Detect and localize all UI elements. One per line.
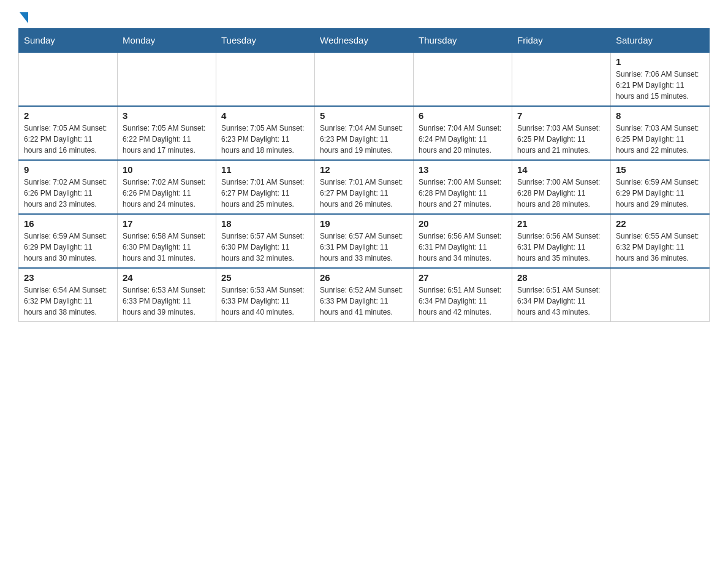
day-info: Sunrise: 7:00 AM Sunset: 6:28 PM Dayligh…	[517, 177, 605, 210]
day-of-week-header: Wednesday	[315, 29, 414, 53]
calendar-cell: 6Sunrise: 7:04 AM Sunset: 6:24 PM Daylig…	[414, 106, 512, 160]
calendar-cell: 19Sunrise: 6:57 AM Sunset: 6:31 PM Dayli…	[315, 214, 414, 268]
day-info: Sunrise: 7:02 AM Sunset: 6:26 PM Dayligh…	[123, 177, 211, 210]
day-info: Sunrise: 7:05 AM Sunset: 6:22 PM Dayligh…	[123, 123, 211, 156]
calendar-cell	[414, 52, 512, 106]
day-info: Sunrise: 6:54 AM Sunset: 6:32 PM Dayligh…	[24, 285, 112, 318]
day-info: Sunrise: 7:03 AM Sunset: 6:25 PM Dayligh…	[616, 123, 704, 156]
day-number: 27	[419, 272, 507, 283]
day-number: 6	[419, 110, 507, 121]
day-number: 10	[123, 164, 211, 175]
day-of-week-header: Sunday	[19, 29, 118, 53]
calendar-cell: 1Sunrise: 7:06 AM Sunset: 6:21 PM Daylig…	[611, 52, 710, 106]
day-number: 16	[24, 218, 112, 229]
day-number: 12	[320, 164, 408, 175]
day-info: Sunrise: 6:56 AM Sunset: 6:31 PM Dayligh…	[517, 231, 605, 264]
day-info: Sunrise: 6:53 AM Sunset: 6:33 PM Dayligh…	[221, 285, 309, 318]
day-number: 25	[221, 272, 309, 283]
day-number: 4	[221, 110, 309, 121]
day-info: Sunrise: 7:05 AM Sunset: 6:22 PM Dayligh…	[24, 123, 112, 156]
calendar-cell: 4Sunrise: 7:05 AM Sunset: 6:23 PM Daylig…	[216, 106, 315, 160]
page-header	[18, 12, 710, 22]
day-info: Sunrise: 7:04 AM Sunset: 6:23 PM Dayligh…	[320, 123, 408, 156]
day-number: 11	[221, 164, 309, 175]
calendar-week-row: 23Sunrise: 6:54 AM Sunset: 6:32 PM Dayli…	[19, 268, 710, 322]
day-of-week-header: Monday	[118, 29, 216, 53]
day-number: 18	[221, 218, 309, 229]
calendar-cell: 2Sunrise: 7:05 AM Sunset: 6:22 PM Daylig…	[19, 106, 118, 160]
calendar-cell: 25Sunrise: 6:53 AM Sunset: 6:33 PM Dayli…	[216, 268, 315, 322]
day-info: Sunrise: 6:57 AM Sunset: 6:31 PM Dayligh…	[320, 231, 408, 264]
day-info: Sunrise: 7:02 AM Sunset: 6:26 PM Dayligh…	[24, 177, 112, 210]
day-number: 13	[419, 164, 507, 175]
day-number: 9	[24, 164, 112, 175]
calendar-cell: 13Sunrise: 7:00 AM Sunset: 6:28 PM Dayli…	[414, 160, 512, 214]
day-number: 14	[517, 164, 605, 175]
day-number: 5	[320, 110, 408, 121]
day-info: Sunrise: 6:58 AM Sunset: 6:30 PM Dayligh…	[123, 231, 211, 264]
calendar-cell: 17Sunrise: 6:58 AM Sunset: 6:30 PM Dayli…	[118, 214, 216, 268]
day-number: 7	[517, 110, 605, 121]
day-info: Sunrise: 6:57 AM Sunset: 6:30 PM Dayligh…	[221, 231, 309, 264]
calendar-cell	[512, 52, 611, 106]
day-info: Sunrise: 7:03 AM Sunset: 6:25 PM Dayligh…	[517, 123, 605, 156]
calendar-week-row: 2Sunrise: 7:05 AM Sunset: 6:22 PM Daylig…	[19, 106, 710, 160]
day-info: Sunrise: 6:53 AM Sunset: 6:33 PM Dayligh…	[123, 285, 211, 318]
day-info: Sunrise: 6:59 AM Sunset: 6:29 PM Dayligh…	[616, 177, 704, 210]
day-info: Sunrise: 6:55 AM Sunset: 6:32 PM Dayligh…	[616, 231, 704, 264]
calendar-cell: 5Sunrise: 7:04 AM Sunset: 6:23 PM Daylig…	[315, 106, 414, 160]
calendar-cell: 3Sunrise: 7:05 AM Sunset: 6:22 PM Daylig…	[118, 106, 216, 160]
calendar-cell: 10Sunrise: 7:02 AM Sunset: 6:26 PM Dayli…	[118, 160, 216, 214]
calendar-cell: 7Sunrise: 7:03 AM Sunset: 6:25 PM Daylig…	[512, 106, 611, 160]
calendar-cell: 20Sunrise: 6:56 AM Sunset: 6:31 PM Dayli…	[414, 214, 512, 268]
calendar-cell: 16Sunrise: 6:59 AM Sunset: 6:29 PM Dayli…	[19, 214, 118, 268]
calendar-week-row: 9Sunrise: 7:02 AM Sunset: 6:26 PM Daylig…	[19, 160, 710, 214]
day-info: Sunrise: 7:01 AM Sunset: 6:27 PM Dayligh…	[221, 177, 309, 210]
logo-arrow-icon	[20, 12, 28, 23]
day-info: Sunrise: 7:05 AM Sunset: 6:23 PM Dayligh…	[221, 123, 309, 156]
day-number: 24	[123, 272, 211, 283]
calendar-cell: 21Sunrise: 6:56 AM Sunset: 6:31 PM Dayli…	[512, 214, 611, 268]
calendar-cell	[19, 52, 118, 106]
calendar-cell: 11Sunrise: 7:01 AM Sunset: 6:27 PM Dayli…	[216, 160, 315, 214]
day-info: Sunrise: 6:51 AM Sunset: 6:34 PM Dayligh…	[517, 285, 605, 318]
day-number: 22	[616, 218, 704, 229]
day-info: Sunrise: 6:51 AM Sunset: 6:34 PM Dayligh…	[419, 285, 507, 318]
day-number: 19	[320, 218, 408, 229]
day-info: Sunrise: 6:52 AM Sunset: 6:33 PM Dayligh…	[320, 285, 408, 318]
calendar-cell: 24Sunrise: 6:53 AM Sunset: 6:33 PM Dayli…	[118, 268, 216, 322]
calendar-cell: 12Sunrise: 7:01 AM Sunset: 6:27 PM Dayli…	[315, 160, 414, 214]
day-number: 1	[616, 56, 704, 67]
calendar-cell: 9Sunrise: 7:02 AM Sunset: 6:26 PM Daylig…	[19, 160, 118, 214]
day-of-week-header: Saturday	[611, 29, 710, 53]
day-info: Sunrise: 6:59 AM Sunset: 6:29 PM Dayligh…	[24, 231, 112, 264]
day-number: 28	[517, 272, 605, 283]
calendar-cell: 14Sunrise: 7:00 AM Sunset: 6:28 PM Dayli…	[512, 160, 611, 214]
day-number: 17	[123, 218, 211, 229]
calendar-cell: 28Sunrise: 6:51 AM Sunset: 6:34 PM Dayli…	[512, 268, 611, 322]
calendar-week-row: 16Sunrise: 6:59 AM Sunset: 6:29 PM Dayli…	[19, 214, 710, 268]
day-of-week-header: Thursday	[414, 29, 512, 53]
calendar-cell: 27Sunrise: 6:51 AM Sunset: 6:34 PM Dayli…	[414, 268, 512, 322]
day-number: 26	[320, 272, 408, 283]
calendar-cell: 23Sunrise: 6:54 AM Sunset: 6:32 PM Dayli…	[19, 268, 118, 322]
day-number: 21	[517, 218, 605, 229]
calendar-table: SundayMondayTuesdayWednesdayThursdayFrid…	[18, 28, 710, 322]
day-info: Sunrise: 7:04 AM Sunset: 6:24 PM Dayligh…	[419, 123, 507, 156]
calendar-cell	[315, 52, 414, 106]
day-number: 8	[616, 110, 704, 121]
calendar-cell	[611, 268, 710, 322]
calendar-header-row: SundayMondayTuesdayWednesdayThursdayFrid…	[19, 29, 710, 53]
day-number: 20	[419, 218, 507, 229]
calendar-cell: 18Sunrise: 6:57 AM Sunset: 6:30 PM Dayli…	[216, 214, 315, 268]
day-number: 2	[24, 110, 112, 121]
calendar-cell: 15Sunrise: 6:59 AM Sunset: 6:29 PM Dayli…	[611, 160, 710, 214]
day-number: 23	[24, 272, 112, 283]
day-info: Sunrise: 7:01 AM Sunset: 6:27 PM Dayligh…	[320, 177, 408, 210]
day-of-week-header: Tuesday	[216, 29, 315, 53]
day-of-week-header: Friday	[512, 29, 611, 53]
calendar-cell: 22Sunrise: 6:55 AM Sunset: 6:32 PM Dayli…	[611, 214, 710, 268]
calendar-cell	[118, 52, 216, 106]
day-info: Sunrise: 7:06 AM Sunset: 6:21 PM Dayligh…	[616, 69, 704, 102]
calendar-cell: 8Sunrise: 7:03 AM Sunset: 6:25 PM Daylig…	[611, 106, 710, 160]
